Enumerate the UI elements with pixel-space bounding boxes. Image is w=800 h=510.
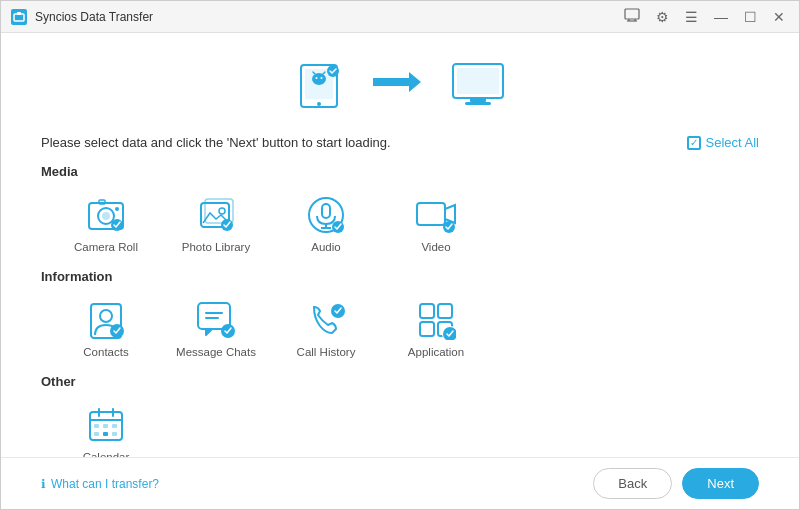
svg-rect-60 (112, 432, 117, 436)
svg-point-22 (102, 212, 110, 220)
svg-point-10 (316, 77, 318, 79)
svg-point-11 (321, 77, 323, 79)
select-all-button[interactable]: ✓ Select All (687, 135, 759, 150)
svg-rect-35 (417, 203, 445, 225)
application-item[interactable]: Application (381, 292, 491, 364)
svg-marker-15 (373, 72, 421, 92)
information-title: Information (41, 269, 759, 284)
window-controls: ⚙ ☰ — ☐ ✕ (620, 6, 789, 27)
camera-roll-icon (84, 193, 128, 237)
svg-rect-0 (14, 14, 24, 21)
photo-library-label: Photo Library (182, 241, 250, 253)
svg-point-28 (219, 208, 225, 214)
monitor-icon[interactable] (620, 6, 644, 27)
svg-rect-59 (103, 432, 108, 436)
audio-item[interactable]: Audio (271, 187, 381, 259)
svg-rect-56 (103, 424, 108, 428)
svg-rect-2 (625, 9, 639, 19)
settings-icon[interactable]: ⚙ (652, 7, 673, 27)
instruction-row: Please select data and click the 'Next' … (41, 135, 759, 150)
transfer-arrow (373, 70, 421, 98)
svg-rect-17 (457, 68, 499, 94)
main-content: Please select data and click the 'Next' … (1, 33, 799, 457)
svg-rect-47 (420, 322, 434, 336)
contacts-item[interactable]: Contacts (51, 292, 161, 364)
svg-rect-57 (112, 424, 117, 428)
call-history-icon (304, 298, 348, 342)
message-chats-icon (194, 298, 238, 342)
media-items-row: Camera Roll Photo Library (41, 187, 759, 259)
contacts-label: Contacts (83, 346, 128, 358)
bottom-bar: ℹ What can I transfer? Back Next (1, 457, 799, 509)
svg-rect-45 (420, 304, 434, 318)
what-transfer-text: What can I transfer? (51, 477, 159, 491)
source-device (295, 57, 343, 111)
calendar-item[interactable]: Calendar (51, 397, 161, 457)
app-logo (11, 9, 27, 25)
other-title: Other (41, 374, 759, 389)
back-button[interactable]: Back (593, 468, 672, 499)
other-items-row: Calendar (41, 397, 759, 457)
camera-roll-label: Camera Roll (74, 241, 138, 253)
photo-library-icon (194, 193, 238, 237)
svg-rect-18 (470, 98, 486, 102)
application-icon (414, 298, 458, 342)
other-section: Other (41, 374, 759, 457)
message-chats-item[interactable]: Message Chats (161, 292, 271, 364)
action-buttons: Back Next (593, 468, 759, 499)
what-transfer-link[interactable]: ℹ What can I transfer? (41, 477, 159, 491)
camera-roll-item[interactable]: Camera Roll (51, 187, 161, 259)
titlebar: Syncios Data Transfer ⚙ ☰ — ☐ ✕ (1, 1, 799, 33)
menu-icon[interactable]: ☰ (681, 7, 702, 27)
svg-rect-1 (17, 12, 21, 15)
photo-library-item[interactable]: Photo Library (161, 187, 271, 259)
application-label: Application (408, 346, 464, 358)
svg-point-38 (100, 310, 112, 322)
calendar-icon (84, 403, 128, 447)
close-button[interactable]: ✕ (769, 7, 789, 27)
call-history-label: Call History (297, 346, 356, 358)
audio-label: Audio (311, 241, 340, 253)
svg-point-9 (312, 73, 326, 85)
select-all-checkbox[interactable]: ✓ (687, 136, 701, 150)
contacts-icon (84, 298, 128, 342)
select-all-label-text: Select All (706, 135, 759, 150)
media-title: Media (41, 164, 759, 179)
next-button[interactable]: Next (682, 468, 759, 499)
svg-rect-55 (94, 424, 99, 428)
video-icon (414, 193, 458, 237)
information-items-row: Contacts Message Chats (41, 292, 759, 364)
message-chats-label: Message Chats (176, 346, 256, 358)
svg-point-8 (317, 102, 321, 106)
info-icon: ℹ (41, 477, 46, 491)
svg-rect-31 (322, 204, 330, 218)
transfer-header (41, 49, 759, 119)
call-history-item[interactable]: Call History (271, 292, 381, 364)
svg-rect-58 (94, 432, 99, 436)
svg-rect-46 (438, 304, 452, 318)
video-label: Video (421, 241, 450, 253)
target-device (451, 60, 505, 108)
app-title: Syncios Data Transfer (35, 10, 620, 24)
media-section: Media Camera Roll (41, 164, 759, 259)
restore-button[interactable]: ☐ (740, 7, 761, 27)
information-section: Information Contacts (41, 269, 759, 364)
audio-icon (304, 193, 348, 237)
instruction-text: Please select data and click the 'Next' … (41, 135, 391, 150)
video-item[interactable]: Video (381, 187, 491, 259)
svg-rect-19 (465, 102, 491, 105)
minimize-button[interactable]: — (710, 7, 732, 27)
svg-point-24 (115, 207, 119, 211)
